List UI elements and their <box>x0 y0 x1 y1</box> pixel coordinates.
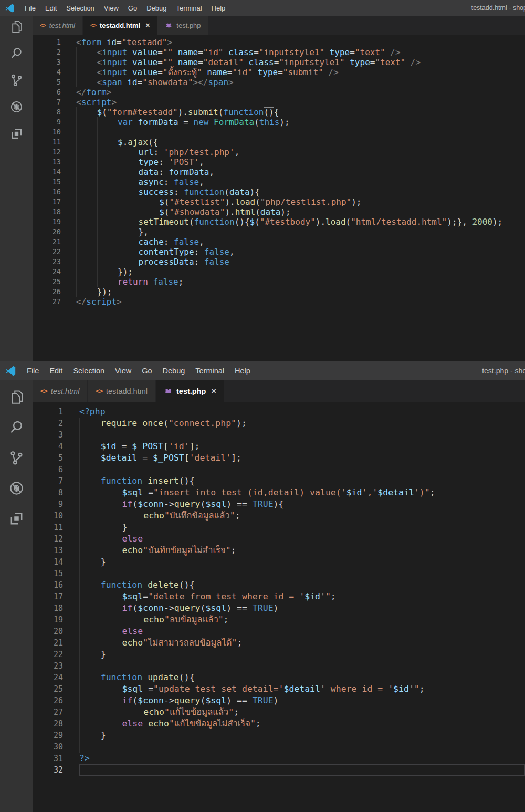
menu-debug[interactable]: Debug <box>158 361 191 380</box>
code-line-18: 18$("#showdata").html(data); <box>33 207 525 217</box>
indent-guide <box>79 718 101 730</box>
line-content: <form id="testadd"> <box>76 37 525 47</box>
tab-label: testadd.html <box>100 22 140 29</box>
menu-selection[interactable]: Selection <box>68 361 110 380</box>
line-content: require_once("connect.php"); <box>79 418 525 429</box>
code-line-23: 23processData: false <box>33 257 525 267</box>
line-number: 27 <box>33 297 76 307</box>
line-number: 3 <box>33 429 79 441</box>
menu-bar: FileEditSelectionViewGoDebugTerminalHelp <box>20 0 230 16</box>
menu-view[interactable]: View <box>99 0 123 16</box>
line-content: $.ajax({ <box>76 137 525 147</box>
indent-guide <box>118 227 139 237</box>
line-content: processData: false <box>76 257 525 267</box>
menu-debug[interactable]: Debug <box>142 0 171 16</box>
indent-guide <box>97 257 118 267</box>
code-line-17: 17$sql="delete from test where id = '$id… <box>33 591 525 602</box>
code-line-13: 13echo"บันทึกข้อมูลไม่สำเร็จ"; <box>33 545 525 556</box>
menu-go[interactable]: Go <box>123 0 142 16</box>
line-content: else echo"แก้ไขข้อมูลไม่สำเร็จ"; <box>79 718 525 730</box>
code-line-13: 13type: 'POST', <box>33 157 525 167</box>
explorer-icon[interactable] <box>8 389 25 405</box>
title-bar: FileEditSelectionViewGoDebugTerminalHelp… <box>0 361 525 380</box>
code-editor[interactable]: 1<form id="testadd">2<input value="" nam… <box>33 35 525 361</box>
menu-selection[interactable]: Selection <box>61 0 99 16</box>
tab-label: test.php <box>176 387 206 395</box>
menu-edit[interactable]: Edit <box>40 0 61 16</box>
menu-bar: FileEditSelectionViewGoDebugTerminalHelp <box>22 361 256 380</box>
code-line-5: 5<span id="showdata"></span> <box>33 77 525 87</box>
menu-help[interactable]: Help <box>207 0 230 16</box>
window-title: test.php - sho <box>482 361 525 380</box>
debug-icon[interactable] <box>9 100 24 114</box>
line-number: 22 <box>33 247 76 257</box>
indent-guide <box>76 157 97 167</box>
activity-bar <box>0 16 33 361</box>
indent-guide <box>79 741 101 753</box>
extensions-icon[interactable] <box>9 127 24 141</box>
indent-guide <box>97 147 118 157</box>
tab-test-php[interactable]: test.php <box>158 16 208 35</box>
source-control-icon[interactable] <box>9 73 24 87</box>
search-icon[interactable] <box>8 419 25 435</box>
source-control-icon[interactable] <box>8 450 25 466</box>
indent-guide <box>118 197 139 207</box>
close-icon[interactable]: × <box>211 387 216 396</box>
indent-guide <box>101 626 122 637</box>
menu-go[interactable]: Go <box>136 361 157 380</box>
indent-guide <box>79 602 101 614</box>
indent-guide <box>101 522 122 533</box>
indent-guide <box>76 267 97 277</box>
line-number: 18 <box>33 207 76 217</box>
title-bar: FileEditSelectionViewGoDebugTerminalHelp… <box>0 0 525 16</box>
line-content: $detail = $_POST['detail']; <box>79 452 525 464</box>
code-line-9: 9if($conn->query($sql) == TRUE){ <box>33 498 525 510</box>
menu-view[interactable]: View <box>110 361 136 380</box>
indent-guide <box>101 533 122 545</box>
indent-guide <box>76 127 97 137</box>
explorer-icon[interactable] <box>9 19 24 34</box>
line-content: echo"บันทึกข้อมูลไม่สำเร็จ"; <box>79 545 525 556</box>
line-content <box>79 741 525 753</box>
indent-guide <box>118 177 139 187</box>
line-number: 20 <box>33 626 79 637</box>
tab-bar: <>test.html<>testadd.htmltest.php× <box>33 380 525 402</box>
tab-test-php[interactable]: test.php× <box>156 380 225 402</box>
menu-file[interactable]: File <box>20 0 40 16</box>
menu-file[interactable]: File <box>22 361 44 380</box>
window-title: testadd.html - shop <box>471 0 525 16</box>
code-line-16: 16success: function(data){ <box>33 187 525 197</box>
tab-test-html[interactable]: <>test.html <box>33 380 88 402</box>
line-number: 16 <box>33 187 76 197</box>
search-icon[interactable] <box>9 46 24 60</box>
close-icon[interactable]: × <box>145 21 150 29</box>
code-line-4: 4$id = $_POST['id']; <box>33 441 525 452</box>
code-editor[interactable]: 1<?php2require_once("connect.php");34$id… <box>33 402 525 812</box>
tab-testadd-html[interactable]: <>testadd.html <box>88 380 156 402</box>
code-line-3: 3<input value="" name="detail" class="in… <box>33 57 525 67</box>
code-line-2: 2<input value="" name="id" class="inputs… <box>33 47 525 57</box>
indent-guide <box>76 77 97 87</box>
code-line-22: 22} <box>33 649 525 660</box>
extensions-icon[interactable] <box>8 511 25 527</box>
code-line-26: 26if($conn->query($sql) == TRUE) <box>33 695 525 706</box>
indent-guide <box>79 556 101 568</box>
line-content: if($conn->query($sql) == TRUE){ <box>79 498 525 510</box>
tab-test-html[interactable]: <>test.html <box>33 16 83 35</box>
code-line-15: 15 <box>33 568 525 579</box>
indent-guide <box>79 510 101 522</box>
debug-icon[interactable] <box>8 480 25 496</box>
line-content: return false; <box>76 277 525 287</box>
indent-guide <box>76 57 97 67</box>
menu-edit[interactable]: Edit <box>44 361 68 380</box>
menu-help[interactable]: Help <box>229 361 256 380</box>
line-number: 12 <box>33 147 76 157</box>
indent-guide <box>97 277 118 287</box>
code-line-23: 23 <box>33 660 525 672</box>
menu-terminal[interactable]: Terminal <box>190 361 229 380</box>
tab-testadd-html[interactable]: <>testadd.html× <box>83 16 158 35</box>
line-number: 26 <box>33 287 76 297</box>
indent-guide <box>97 267 118 277</box>
code-line-1: 1<?php <box>33 406 525 418</box>
menu-terminal[interactable]: Terminal <box>171 0 206 16</box>
